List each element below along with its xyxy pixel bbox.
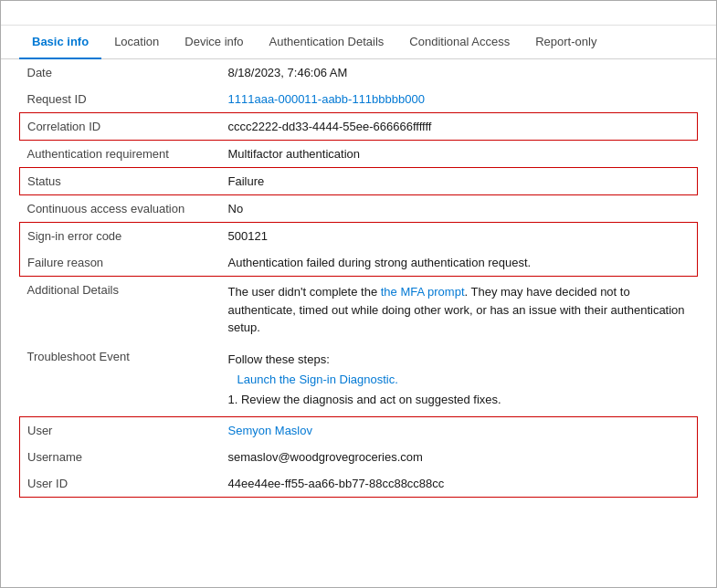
table-row: Additional DetailsThe user didn't comple… (20, 277, 698, 343)
troubleshoot-link-row: Launch the Sign-in Diagnostic. (237, 370, 691, 390)
row-value: semaslov@woodgrovegroceries.com (221, 444, 698, 470)
table-row: Request ID1111aaa-000011-aabb-111bbbbb00… (20, 86, 698, 113)
table-row: Usernamesemaslov@woodgrovegroceries.com (20, 444, 698, 470)
row-label: Sign-in error code (20, 223, 221, 250)
row-label: Username (20, 444, 221, 470)
row-value: No (221, 195, 698, 223)
row-value: Failure (221, 168, 698, 195)
row-label: Correlation ID (20, 113, 221, 141)
tab-basic-info[interactable]: Basic info (19, 26, 101, 59)
tab-device-info[interactable]: Device info (172, 26, 256, 59)
additional-details-text: The user didn't complete the the MFA pro… (228, 285, 685, 334)
table-row: User ID44ee44ee-ff55-aa66-bb77-88cc88cc8… (20, 470, 698, 498)
table-row: Date8/18/2023, 7:46:06 AM (20, 59, 698, 86)
row-label: Request ID (20, 86, 221, 113)
table-row: Continuous access evaluationNo (20, 195, 698, 223)
troubleshoot-content: Follow these steps:Launch the Sign-in Di… (228, 350, 691, 410)
table-row: Failure reasonAuthentication failed duri… (20, 249, 698, 277)
table-row: Correlation IDcccc2222-dd33-4444-55ee-66… (20, 113, 698, 141)
tab-conditional-access[interactable]: Conditional Access (396, 26, 522, 59)
row-value: 500121 (221, 223, 698, 250)
row-value[interactable]: Semyon Maslov (221, 416, 698, 444)
row-value: Multifactor authentication (221, 141, 698, 168)
row-value: Follow these steps:Launch the Sign-in Di… (221, 343, 698, 417)
tab-authentication-details[interactable]: Authentication Details (257, 26, 397, 59)
title-bar (1, 1, 716, 26)
row-label: User ID (20, 470, 221, 498)
sign-in-diagnostic-link[interactable]: Launch the Sign-in Diagnostic. (237, 373, 398, 386)
row-label: Failure reason (20, 249, 221, 277)
troubleshoot-step1: 1. Review the diagnosis and act on sugge… (228, 390, 691, 410)
request-id-link[interactable]: 1111aaa-000011-aabb-111bbbbb000 (228, 92, 425, 106)
troubleshoot-follow: Follow these steps: (228, 350, 691, 370)
user-link[interactable]: Semyon Maslov (228, 424, 312, 437)
tab-bar: Basic infoLocationDevice infoAuthenticat… (1, 26, 716, 59)
tab-report-only[interactable]: Report-only (522, 26, 609, 59)
table-row: StatusFailure (20, 168, 698, 195)
row-label: Status (20, 168, 221, 195)
row-value: The user didn't complete the the MFA pro… (221, 277, 698, 343)
table-row: Troubleshoot EventFollow these steps:Lau… (20, 343, 698, 417)
table-row: UserSemyon Maslov (20, 416, 698, 444)
row-label: Troubleshoot Event (20, 343, 221, 417)
tab-location[interactable]: Location (101, 26, 172, 59)
row-label: Continuous access evaluation (20, 195, 221, 223)
row-value: 8/18/2023, 7:46:06 AM (221, 59, 698, 86)
row-label: Additional Details (20, 277, 221, 343)
row-label: Authentication requirement (20, 141, 221, 168)
info-table: Date8/18/2023, 7:46:06 AMRequest ID1111a… (19, 59, 698, 498)
row-value: cccc2222-dd33-4444-55ee-666666ffffff (221, 113, 698, 141)
content-area: Date8/18/2023, 7:46:06 AMRequest ID1111a… (1, 59, 716, 516)
row-value: 44ee44ee-ff55-aa66-bb77-88cc88cc88cc (221, 470, 698, 498)
row-label: Date (20, 59, 221, 86)
table-row: Authentication requirementMultifactor au… (20, 141, 698, 168)
table-row: Sign-in error code500121 (20, 223, 698, 250)
row-value[interactable]: 1111aaa-000011-aabb-111bbbbb000 (221, 86, 698, 113)
row-value: Authentication failed during strong auth… (221, 249, 698, 277)
mfa-highlight: the MFA prompt (381, 285, 465, 299)
main-window: Basic infoLocationDevice infoAuthenticat… (0, 0, 717, 588)
row-label: User (20, 416, 221, 444)
